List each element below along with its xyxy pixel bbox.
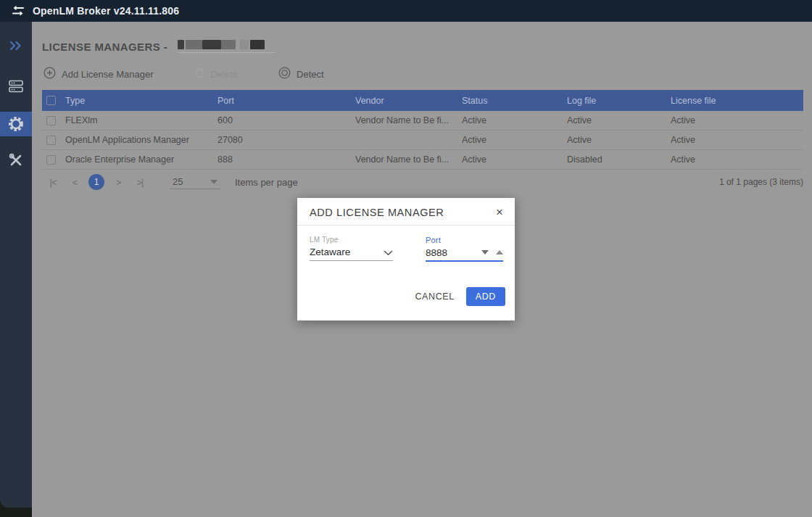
page-heading-row: LICENSE MANAGERS -	[42, 37, 812, 53]
sidebar-item-settings-active[interactable]	[0, 112, 32, 136]
cell-log-file: Active	[567, 115, 671, 125]
cell-log-file: Disabled	[567, 154, 671, 165]
cell-port: 600	[218, 115, 355, 125]
column-header-status[interactable]: Status	[462, 96, 567, 106]
sidebar-expand-button[interactable]	[0, 33, 32, 58]
lm-type-value: Zetaware	[310, 247, 384, 257]
add-button[interactable]: ADD	[466, 287, 505, 306]
cell-type: Oracle Enterprise Manager	[65, 154, 218, 165]
cell-vendor: Vendor Name to Be fi...	[355, 154, 462, 165]
column-header-port[interactable]: Port	[218, 96, 355, 106]
cell-status: Active	[462, 115, 567, 125]
cell-license-file: Active	[671, 115, 803, 125]
column-header-license-file[interactable]: License file	[671, 96, 803, 106]
app-title: OpenLM Broker v24.11.11.806	[33, 5, 179, 17]
lm-type-label: LM Type	[310, 236, 393, 244]
cell-type: OpenLM Applications Manager	[65, 135, 218, 145]
table-row[interactable]: OpenLM Applications Manager 27080 Active…	[42, 131, 803, 150]
add-license-manager-dialog: ADD LICENSE MANAGER × LM Type Zetaware	[297, 198, 515, 320]
items-per-page-select[interactable]: 25	[170, 175, 220, 189]
add-license-manager-label: Add License Manager	[62, 69, 153, 80]
toolbar: Add License Manager Delete Detect	[44, 66, 812, 82]
pagination-nav: |< < 1 > >|	[42, 174, 151, 190]
cell-status: Active	[462, 154, 567, 165]
select-all-checkbox[interactable]	[46, 96, 56, 105]
pagination-summary: 1 of 1 pages (3 items)	[719, 177, 803, 187]
column-header-type[interactable]: Type	[65, 96, 218, 106]
items-per-page-value: 25	[173, 176, 210, 187]
table-row[interactable]: Oracle Enterprise Manager 888 Vendor Nam…	[42, 150, 803, 170]
redacted-hostname	[178, 38, 275, 53]
circle-plus-icon	[44, 67, 56, 82]
cell-log-file: Active	[567, 135, 671, 145]
tools-icon	[9, 153, 23, 167]
cell-port: 888	[218, 154, 355, 165]
port-field: Port 8888	[426, 236, 503, 262]
servers-icon	[9, 80, 23, 93]
dialog-actions: CANCEL ADD	[407, 287, 505, 306]
cell-license-file: Active	[671, 154, 803, 165]
column-header-log-file[interactable]: Log file	[567, 96, 671, 106]
lm-type-field: LM Type Zetaware	[310, 236, 393, 262]
double-chevron-right-icon	[9, 41, 23, 51]
add-license-manager-button[interactable]: Add License Manager	[44, 67, 153, 82]
license-managers-table: Type Port Vendor Status Log file License…	[42, 90, 803, 170]
cell-status: Active	[462, 135, 567, 145]
row-checkbox[interactable]	[46, 116, 56, 125]
chevron-down-icon	[210, 180, 218, 184]
app-root: OpenLM Broker v24.11.11.806	[0, 0, 812, 517]
gear-icon	[7, 115, 25, 133]
items-per-page-label: Items per page	[235, 177, 298, 188]
table-row[interactable]: FLEXlm 600 Vendor Name to Be fi... Activ…	[42, 111, 803, 131]
dialog-header: ADD LICENSE MANAGER ×	[297, 198, 515, 226]
pagination-bar: |< < 1 > >| 25 Items per page 1 of 1 pag…	[42, 170, 803, 194]
target-circles-icon	[278, 67, 291, 82]
cell-type: FLEXlm	[65, 115, 218, 125]
table-header-row: Type Port Vendor Status Log file License…	[42, 90, 803, 111]
cell-vendor: Vendor Name to Be fi...	[355, 115, 462, 125]
previous-page-button[interactable]: <	[64, 177, 86, 188]
last-page-button[interactable]: >|	[129, 177, 151, 188]
column-header-vendor[interactable]: Vendor	[355, 96, 462, 106]
openlm-swap-arrows-icon	[11, 5, 25, 17]
page-title: LICENSE MANAGERS -	[42, 41, 167, 53]
port-value: 8888	[426, 247, 481, 258]
row-checkbox[interactable]	[46, 136, 56, 145]
sidebar-item-license-servers[interactable]	[0, 74, 32, 99]
cancel-button[interactable]: CANCEL	[407, 287, 461, 306]
trash-icon	[194, 67, 204, 81]
delete-button[interactable]: Delete	[194, 67, 238, 81]
cell-port: 27080	[218, 135, 355, 145]
detect-label: Detect	[297, 69, 324, 80]
row-checkbox[interactable]	[46, 155, 56, 165]
port-input[interactable]: 8888	[426, 244, 503, 262]
spinner-down-icon[interactable]	[481, 250, 489, 255]
cell-license-file: Active	[671, 135, 803, 145]
sidebar	[0, 22, 32, 508]
spinner-up-icon[interactable]	[496, 250, 503, 255]
top-bar: OpenLM Broker v24.11.11.806	[0, 0, 812, 22]
first-page-button[interactable]: |<	[42, 177, 64, 188]
delete-label: Delete	[210, 69, 238, 80]
current-page-indicator[interactable]: 1	[88, 174, 104, 190]
sidebar-item-tools[interactable]	[0, 148, 32, 173]
dialog-body: LM Type Zetaware Port 8888	[297, 226, 515, 315]
close-icon[interactable]: ×	[494, 207, 505, 218]
chevron-down-icon	[384, 246, 393, 259]
lm-type-select[interactable]: Zetaware	[310, 244, 393, 261]
next-page-button[interactable]: >	[107, 177, 129, 188]
dialog-title: ADD LICENSE MANAGER	[310, 207, 494, 218]
detect-button[interactable]: Detect	[278, 67, 324, 82]
port-label: Port	[426, 236, 503, 244]
